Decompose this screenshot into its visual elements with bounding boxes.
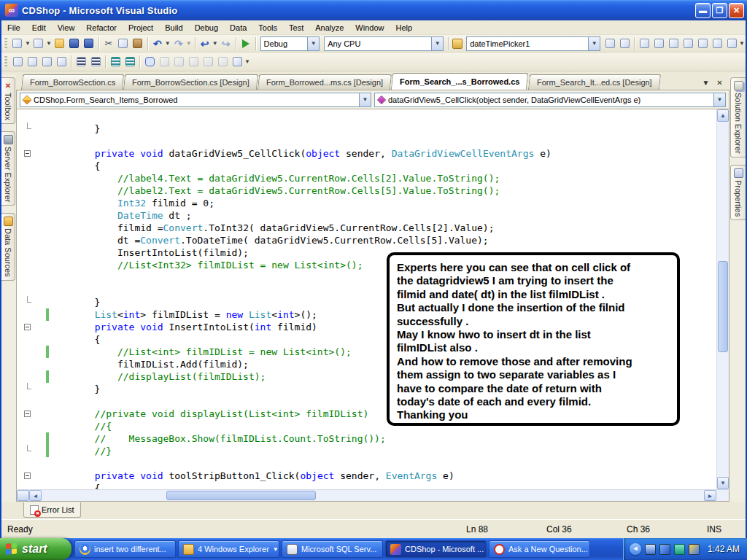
- vertical-scrollbar[interactable]: ▲ ▼: [716, 109, 729, 489]
- save-icon[interactable]: [68, 37, 81, 50]
- code-line[interactable]: }: [17, 122, 716, 135]
- horizontal-scrollbar-thumb[interactable]: [166, 491, 316, 500]
- chevron-down-icon[interactable]: ▼: [244, 58, 250, 65]
- menu-build[interactable]: Build: [159, 21, 188, 34]
- complete-word-icon[interactable]: [55, 55, 68, 69]
- toolbar-grip[interactable]: [4, 56, 7, 68]
- close-document-icon[interactable]: ✕: [714, 79, 725, 87]
- toggle-bookmark-icon[interactable]: [143, 55, 156, 69]
- solution-configurations-combo[interactable]: Debug ▼: [260, 36, 320, 51]
- toolbar-options-icon[interactable]: [725, 37, 738, 50]
- scroll-right-icon[interactable]: ►: [704, 490, 716, 501]
- parameter-info-icon[interactable]: [26, 55, 39, 69]
- code-line[interactable]: //label4.Text = dataGridView5.CurrentRow…: [17, 172, 716, 184]
- error-list-tab[interactable]: Error List: [23, 502, 81, 518]
- vertical-scrollbar-thumb[interactable]: [718, 261, 728, 352]
- chevron-down-icon[interactable]: ▼: [307, 37, 319, 50]
- menu-test[interactable]: Test: [283, 21, 309, 34]
- code-line[interactable]: {: [17, 482, 716, 489]
- code-line[interactable]: private void toolStripButton1_Click(obje…: [17, 470, 716, 482]
- quick-info-icon[interactable]: [40, 55, 53, 69]
- scroll-up-icon[interactable]: ▲: [717, 109, 729, 122]
- menu-data[interactable]: Data: [224, 21, 252, 34]
- file-tab[interactable]: Form_BorrowSection.cs [Design]: [123, 74, 258, 90]
- minimize-button[interactable]: ▬: [695, 3, 711, 18]
- display-member-list-icon[interactable]: [11, 55, 24, 69]
- code-line[interactable]: //label2.Text = dataGridView5.CurrentRow…: [17, 184, 716, 197]
- file-tab[interactable]: Form_Search_It...ed.cs [Design]: [528, 74, 661, 90]
- code-line[interactable]: DateTime dt ;: [17, 209, 716, 222]
- save-all-icon[interactable]: [82, 37, 96, 50]
- chevron-down-icon[interactable]: ▼: [431, 37, 443, 50]
- scroll-down-icon[interactable]: ▼: [717, 477, 729, 489]
- chevron-down-icon[interactable]: ▼: [273, 546, 279, 553]
- horizontal-scrollbar[interactable]: ◄ ►: [16, 489, 729, 502]
- navigate-backward-icon[interactable]: [198, 37, 212, 50]
- menu-edit[interactable]: Edit: [26, 21, 52, 34]
- menu-tools[interactable]: Tools: [252, 21, 283, 34]
- tray-icon[interactable]: [645, 544, 656, 555]
- fold-toggle-icon[interactable]: [24, 324, 31, 330]
- error-list-window-icon[interactable]: [696, 37, 709, 50]
- open-file-icon[interactable]: [53, 37, 66, 50]
- uncomment-selection-icon[interactable]: [123, 55, 136, 69]
- file-tab[interactable]: Form_BorrowSection.cs: [21, 74, 125, 90]
- chevron-down-icon[interactable]: ▼: [212, 40, 218, 47]
- title-bar[interactable]: ∞ CDShop - Microsoft Visual Studio ▬ ❐ ✕: [0, 0, 747, 20]
- properties-window-icon[interactable]: [652, 37, 665, 50]
- fold-toggle-icon[interactable]: [24, 150, 31, 157]
- chevron-down-icon[interactable]: ▼: [739, 40, 745, 47]
- code-line[interactable]: //}: [17, 445, 716, 457]
- add-new-item-icon[interactable]: [32, 37, 45, 50]
- code-line[interactable]: Int32 filmid = 0;: [17, 197, 716, 209]
- cut-icon[interactable]: [102, 37, 115, 50]
- code-line[interactable]: [17, 135, 716, 147]
- start-button[interactable]: start: [0, 538, 71, 560]
- toolbox-icon[interactable]: [681, 37, 694, 50]
- tray-icon[interactable]: [689, 544, 700, 555]
- chevron-down-icon[interactable]: ▼: [165, 40, 171, 47]
- close-button[interactable]: ✕: [729, 3, 744, 18]
- splitter-box[interactable]: [17, 490, 29, 501]
- chevron-down-icon[interactable]: ▼: [359, 93, 371, 106]
- code-line[interactable]: private void dataGridView5_CellClick(obj…: [17, 147, 716, 160]
- task-button[interactable]: Ask a New Question...: [489, 540, 590, 558]
- hide-icons-chevron-icon[interactable]: ◄: [630, 543, 641, 555]
- toolbar-overflow-icon[interactable]: [231, 55, 244, 69]
- task-button[interactable]: CDShop - Microsoft ...: [385, 540, 487, 558]
- menu-help[interactable]: Help: [390, 21, 418, 34]
- task-button[interactable]: Microsoft SQL Serv...: [282, 540, 383, 558]
- code-line[interactable]: dt =Convert.ToDateTime( dataGridView5.Cu…: [17, 234, 716, 246]
- menu-project[interactable]: Project: [123, 21, 159, 34]
- file-tab[interactable]: Form_Borrowed...ms.cs [Design]: [258, 74, 392, 90]
- scroll-left-icon[interactable]: ◄: [29, 490, 42, 501]
- menu-view[interactable]: View: [52, 21, 81, 34]
- tray-icon[interactable]: [674, 544, 685, 555]
- increase-indent-icon[interactable]: [89, 55, 102, 69]
- tool-tab-solution-explorer[interactable]: Solution Explorer: [730, 77, 746, 158]
- tool-tab-server-explorer[interactable]: Server Explorer: [1, 131, 15, 206]
- fold-toggle-icon[interactable]: [24, 472, 31, 479]
- chevron-down-icon[interactable]: ▼: [25, 40, 31, 47]
- file-tab[interactable]: Form_Search_...s_Borrowed.cs: [391, 73, 529, 90]
- toolbar-grip[interactable]: [4, 38, 7, 50]
- chevron-down-icon[interactable]: ▼: [713, 93, 725, 106]
- document-list-icon[interactable]: ▼: [700, 79, 711, 87]
- solution-platforms-combo[interactable]: Any CPU ▼: [324, 36, 444, 51]
- menu-debug[interactable]: Debug: [189, 21, 224, 34]
- comment-selection-icon[interactable]: [109, 55, 122, 69]
- fold-toggle-icon[interactable]: [24, 411, 31, 417]
- tool-tab-properties[interactable]: Properties: [730, 165, 746, 220]
- find-symbol-icon[interactable]: [603, 37, 616, 50]
- tray-icon[interactable]: [659, 544, 670, 555]
- menu-refactor[interactable]: Refactor: [80, 21, 123, 34]
- tool-tab-toolbox[interactable]: ✕Toolbox: [1, 77, 15, 124]
- menu-window[interactable]: Window: [349, 21, 390, 34]
- tool-tab-data-sources[interactable]: Data Sources: [1, 213, 15, 281]
- code-line[interactable]: {: [17, 160, 716, 172]
- restore-button[interactable]: ❐: [712, 3, 727, 18]
- new-project-icon[interactable]: [11, 37, 24, 50]
- menu-file[interactable]: File: [1, 21, 26, 34]
- undo-icon[interactable]: [151, 37, 164, 50]
- menu-analyze[interactable]: Analyze: [309, 21, 349, 34]
